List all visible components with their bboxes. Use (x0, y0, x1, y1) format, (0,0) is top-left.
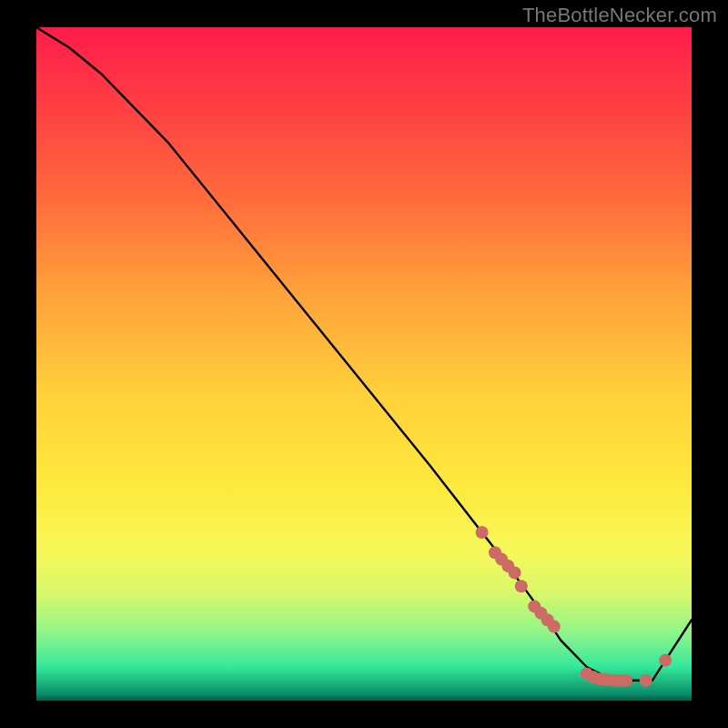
marker-point (640, 674, 652, 687)
marker-point (509, 566, 521, 579)
watermark-text: TheBottleNecker.com (522, 4, 717, 27)
curve-svg (36, 27, 692, 701)
marker-point (620, 674, 632, 687)
chart-stage: TheBottleNecker.com (0, 0, 728, 728)
marker-group (476, 526, 672, 687)
bottleneck-curve (36, 27, 692, 681)
marker-point (476, 526, 489, 539)
marker-point (659, 654, 672, 667)
marker-point (548, 621, 561, 633)
marker-point (515, 580, 528, 592)
plot-area (36, 27, 692, 701)
